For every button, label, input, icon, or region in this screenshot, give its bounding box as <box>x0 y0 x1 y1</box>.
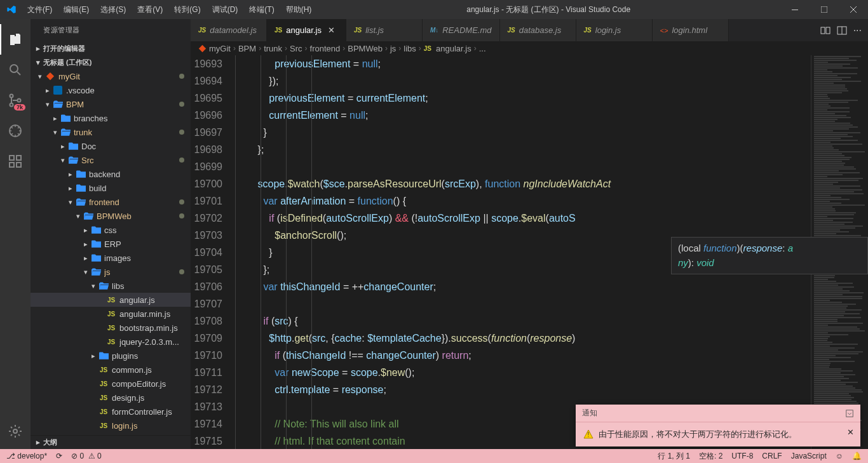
tree-item[interactable]: ▸images <box>31 251 191 265</box>
tree-item[interactable]: ▸build <box>31 181 191 195</box>
tree-item[interactable]: JSangular.js <box>31 293 191 307</box>
tree-item[interactable]: JSbootstrap.min.js <box>31 321 191 335</box>
notification-message: 由于性能原因，将不对大于两万字符的行进行标记化。 <box>599 429 797 440</box>
menu-item[interactable]: 帮助(H) <box>281 0 317 19</box>
tree-item-label: ERP <box>104 239 121 249</box>
twistie-icon: ▸ <box>81 240 90 248</box>
tree-item-label: angular.min.js <box>119 309 170 319</box>
tree-item[interactable]: ▾js <box>31 265 191 279</box>
vscode-logo-icon <box>0 4 22 15</box>
status-branch[interactable]: ⎇ develop* <box>6 452 47 460</box>
tree-item[interactable]: ▾Src <box>31 153 191 167</box>
status-bell-icon[interactable]: 🔔 <box>852 452 862 460</box>
more-icon[interactable]: ··· <box>853 25 862 36</box>
tree-item[interactable]: ▾myGit <box>31 69 191 83</box>
menu-item[interactable]: 转到(G) <box>169 0 205 19</box>
status-indent[interactable]: 空格: 2 <box>699 451 722 462</box>
status-encoding[interactable]: UTF-8 <box>731 452 753 460</box>
breadcrumb-item[interactable]: trunk <box>264 44 282 53</box>
settings-icon[interactable] <box>0 416 31 446</box>
tree-item[interactable]: ▸plugins <box>31 349 191 363</box>
tree-item-label: backend <box>89 170 120 179</box>
status-feedback-icon[interactable]: ☺ <box>836 452 843 460</box>
section-outline[interactable]: ▸大纲 <box>31 435 191 449</box>
breadcrumb-item[interactable]: Src <box>290 44 302 53</box>
notification-close-icon[interactable]: ✕ <box>847 427 854 437</box>
tree-item[interactable]: ▾libs <box>31 279 191 293</box>
status-cursor[interactable]: 行 1, 列 1 <box>658 451 690 462</box>
minimize-button[interactable] <box>780 0 810 19</box>
markdown-file-icon: M↓ <box>430 27 438 34</box>
menu-item[interactable]: 选择(S) <box>95 0 131 19</box>
tree-item-label: libs <box>112 281 125 291</box>
close-button[interactable] <box>839 0 868 19</box>
editor-tab[interactable]: JSdatamodel.js <box>191 19 267 41</box>
breadcrumb-item[interactable]: BPM <box>238 44 256 53</box>
js-file-icon: JS <box>508 27 515 34</box>
folder-open-icon <box>67 156 79 164</box>
source-control-icon[interactable]: 7k <box>0 85 31 116</box>
search-icon[interactable] <box>0 55 31 85</box>
tree-item[interactable]: JScommon.js <box>31 363 191 377</box>
js-file-icon: JS <box>105 325 117 332</box>
breadcrumb-item[interactable]: BPMWeb <box>348 44 383 53</box>
status-language[interactable]: JavaScript <box>791 452 827 460</box>
breadcrumb-item[interactable]: ... <box>479 44 486 53</box>
tree-item[interactable]: JSdesign.js <box>31 391 191 405</box>
editor-tab[interactable]: <>login.html <box>653 19 729 41</box>
breadcrumb-item[interactable]: libs <box>403 44 416 53</box>
tree-item[interactable]: ▸backend <box>31 167 191 181</box>
breadcrumbs[interactable]: myGit›BPM›trunk›Src›frontend›BPMWeb›js›l… <box>191 41 868 55</box>
tree-item-label: BPMWeb <box>97 211 132 221</box>
editor-tab[interactable]: JSlogin.js <box>576 19 653 41</box>
notification-collapse-icon[interactable] <box>845 409 854 418</box>
tree-item[interactable]: ▾trunk <box>31 125 191 139</box>
menu-item[interactable]: 编辑(E) <box>58 0 94 19</box>
notification-header: 通知 <box>576 405 860 422</box>
editor-tab[interactable]: JSdatabase.js <box>500 19 576 41</box>
tree-item[interactable]: ▸ERP <box>31 237 191 251</box>
breadcrumb-item[interactable]: js <box>390 44 396 53</box>
breadcrumb-item[interactable]: myGit <box>209 44 231 53</box>
notification-toast: 通知 ! 由于性能原因，将不对大于两万字符的行进行标记化。 ✕ <box>576 405 860 446</box>
tree-item[interactable]: JSjquery-2.0.3.m... <box>31 335 191 349</box>
status-problems[interactable]: ⊘ 0 ⚠ 0 <box>71 452 102 460</box>
folder-icon <box>98 352 109 359</box>
extensions-icon[interactable] <box>0 146 31 177</box>
tree-item[interactable]: ▾BPM <box>31 97 191 111</box>
explorer-icon[interactable] <box>0 24 31 55</box>
tab-close-icon[interactable]: ✕ <box>328 25 338 35</box>
menu-item[interactable]: 文件(F) <box>22 0 57 19</box>
menu-item[interactable]: 调试(D) <box>207 0 243 19</box>
status-eol[interactable]: CRLF <box>762 452 782 460</box>
menu-item[interactable]: 终端(T) <box>244 0 279 19</box>
debug-icon[interactable] <box>0 116 31 146</box>
compare-icon[interactable] <box>820 25 831 36</box>
menu-item[interactable]: 查看(V) <box>132 0 168 19</box>
breadcrumb-item[interactable]: angular.js <box>436 44 471 53</box>
twistie-icon: ▾ <box>58 156 67 164</box>
tree-item[interactable]: ▾frontend <box>31 195 191 209</box>
split-icon[interactable] <box>837 25 847 36</box>
tree-item[interactable]: ▸branches <box>31 111 191 125</box>
tree-item[interactable]: JSangular.min.js <box>31 307 191 321</box>
tree-item[interactable]: ▾BPMWeb <box>31 209 191 223</box>
editor-tab[interactable]: M↓README.md <box>423 19 500 41</box>
breadcrumb-item[interactable]: frontend <box>310 44 341 53</box>
status-sync-icon[interactable]: ⟳ <box>56 452 62 460</box>
tree-item[interactable]: JSlogin.js <box>31 419 191 433</box>
tree-item[interactable]: ▸Doc <box>31 139 191 153</box>
section-workspace[interactable]: ▾无标题 (工作区) <box>31 55 191 69</box>
tree-item[interactable]: ▸css <box>31 223 191 237</box>
tree-item[interactable]: JScompoEditor.js <box>31 377 191 391</box>
folder-icon <box>75 170 86 178</box>
section-open-editors[interactable]: ▸打开的编辑器 <box>31 41 191 55</box>
tree-item[interactable]: ▸.vscode <box>31 83 191 97</box>
tree-item[interactable]: JSformController.js <box>31 405 191 419</box>
js-file-icon: JS <box>275 27 282 34</box>
folder-icon <box>90 240 102 248</box>
editor-tab[interactable]: JSangular.js✕ <box>267 19 346 41</box>
folder-icon <box>90 226 102 234</box>
maximize-button[interactable] <box>810 0 839 19</box>
editor-tab[interactable]: JSlist.js <box>346 19 423 41</box>
